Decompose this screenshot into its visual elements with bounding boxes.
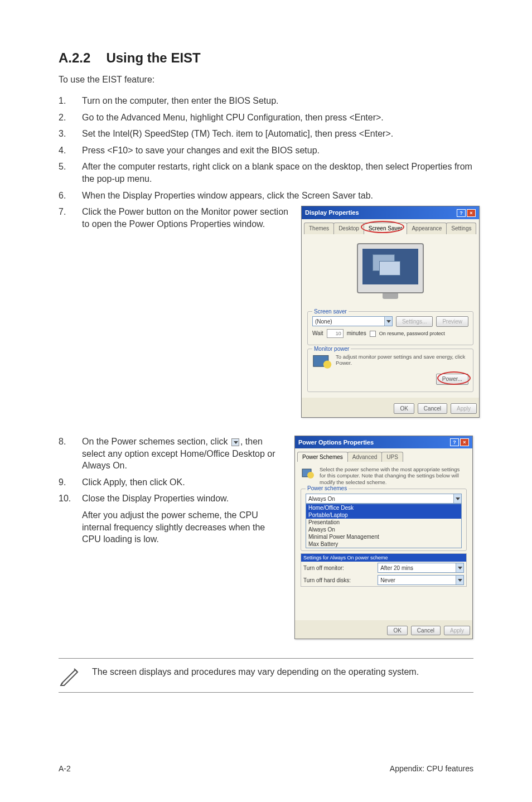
help-button[interactable]: ? bbox=[457, 209, 466, 217]
step-10: 10.Close the Display Properties window. bbox=[59, 492, 284, 505]
preview-button[interactable]: Preview bbox=[436, 316, 468, 327]
after-adjust-text: After you adjust the power scheme, the C… bbox=[82, 509, 284, 545]
svg-point-3 bbox=[307, 472, 314, 479]
ok-button[interactable]: OK bbox=[387, 626, 407, 635]
dropdown-option[interactable]: Minimal Power Management bbox=[306, 533, 461, 540]
power-scheme-select[interactable]: Always On bbox=[306, 494, 462, 504]
tab-advanced[interactable]: Advanced bbox=[347, 452, 382, 462]
chevron-down-icon bbox=[456, 576, 463, 584]
dropdown-option[interactable]: Presentation bbox=[306, 519, 461, 526]
pencil-note-icon bbox=[59, 664, 81, 687]
footer-page-number: A-2 bbox=[59, 764, 71, 773]
step-9: 9.Click Apply, then click OK. bbox=[59, 476, 284, 489]
dropdown-option[interactable]: Max Battery bbox=[306, 540, 461, 548]
dialog-tabs: Themes Desktop Screen Saver Appearance S… bbox=[302, 219, 479, 234]
step-3: 3.Set the Intel(R) SpeedStep (TM) Tech. … bbox=[59, 128, 473, 140]
tab-power-schemes[interactable]: Power Schemes bbox=[297, 452, 348, 462]
monitor-preview-icon bbox=[351, 243, 429, 305]
monitor-power-legend: Monitor power bbox=[312, 345, 351, 353]
dialog-titlebar: Display Properties ? × bbox=[302, 206, 479, 219]
help-button[interactable]: ? bbox=[450, 438, 459, 446]
settings-button[interactable]: Settings... bbox=[396, 316, 433, 327]
dialog2-title: Power Options Properties bbox=[298, 439, 374, 446]
chevron-down-icon bbox=[384, 317, 392, 326]
tab-desktop[interactable]: Desktop bbox=[333, 223, 364, 234]
apply-button[interactable]: Apply bbox=[444, 626, 470, 635]
note-text: The screen displays and procedures may v… bbox=[92, 664, 419, 678]
svg-point-1 bbox=[323, 360, 331, 368]
tab-settings[interactable]: Settings bbox=[446, 223, 476, 234]
dropdown-option[interactable]: Home/Office Desk bbox=[306, 504, 461, 511]
step-5: 5.After the computer restarts, right cli… bbox=[59, 161, 473, 185]
footer-section-label: Appendix: CPU features bbox=[390, 764, 473, 773]
dropdown-arrow-icon bbox=[231, 438, 239, 446]
monitor-power-fieldset: Monitor power To adjust monitor power se… bbox=[307, 349, 473, 392]
screensaver-select[interactable]: (None) bbox=[312, 316, 393, 326]
section-heading: A.2.2Using the EIST bbox=[59, 50, 473, 66]
chevron-down-icon bbox=[453, 494, 461, 503]
cancel-button[interactable]: Cancel bbox=[418, 403, 447, 414]
note-block: The screen displays and procedures may v… bbox=[59, 658, 473, 693]
screensaver-legend: Screen saver bbox=[312, 308, 349, 316]
step-7: 7. Click the Power button on the Monitor… bbox=[59, 206, 473, 418]
close-button[interactable]: × bbox=[460, 438, 469, 446]
section-title: Using the EIST bbox=[106, 50, 200, 65]
tab-appearance[interactable]: Appearance bbox=[407, 223, 447, 234]
tab-themes[interactable]: Themes bbox=[304, 223, 334, 234]
resume-password-checkbox[interactable] bbox=[370, 331, 376, 337]
step-1: 1.Turn on the computer, then enter the B… bbox=[59, 95, 473, 107]
wait-field[interactable]: 10 bbox=[327, 329, 344, 338]
cancel-button[interactable]: Cancel bbox=[411, 626, 441, 635]
screensaver-fieldset: Screen saver (None) Settings... Preview bbox=[307, 311, 473, 346]
tab-screen-saver[interactable]: Screen Saver bbox=[364, 223, 408, 234]
power-scheme-dropdown: Home/Office Desk Portable/Laptop Present… bbox=[306, 504, 462, 548]
tab-ups[interactable]: UPS bbox=[381, 452, 403, 462]
power-scheme-icon bbox=[301, 466, 315, 481]
page-footer: A-2 Appendix: CPU features bbox=[59, 764, 473, 773]
section-number: A.2.2 bbox=[59, 50, 90, 66]
dialog2-titlebar: Power Options Properties ? × bbox=[295, 436, 472, 448]
display-properties-dialog: Display Properties ? × Themes Desktop Sc… bbox=[301, 206, 480, 418]
chevron-down-icon bbox=[456, 563, 463, 572]
apply-button[interactable]: Apply bbox=[451, 403, 477, 414]
step-6: 6.When the Display Properties window app… bbox=[59, 190, 473, 202]
ok-button[interactable]: OK bbox=[394, 403, 414, 414]
power-options-dialog: Power Options Properties ? × Power Schem… bbox=[294, 436, 473, 639]
energy-star-icon bbox=[312, 354, 332, 371]
dropdown-option[interactable]: Always On bbox=[306, 526, 461, 533]
dropdown-option[interactable]: Portable/Laptop bbox=[306, 511, 461, 519]
dialog-title: Display Properties bbox=[305, 209, 359, 217]
turn-off-harddisk-select[interactable]: Never bbox=[378, 575, 464, 585]
intro-text: To use the EIST feature: bbox=[59, 75, 473, 85]
turn-off-monitor-select[interactable]: After 20 mins bbox=[378, 563, 464, 573]
step-4: 4.Press <F10> to save your changes and e… bbox=[59, 144, 473, 157]
power-button[interactable]: Power... bbox=[436, 374, 468, 385]
dialog2-tabs: Power Schemes Advanced UPS bbox=[295, 448, 472, 462]
step-2: 2.Go to the Advanced Menu, highlight CPU… bbox=[59, 112, 473, 124]
settings-table: Settings for Always On power scheme Turn… bbox=[301, 553, 467, 587]
close-button[interactable]: × bbox=[467, 209, 476, 217]
power-schemes-legend: Power schemes bbox=[306, 485, 349, 491]
power-schemes-fieldset: Power schemes Always On Home/Office Desk… bbox=[301, 489, 467, 551]
step-8: 8. On the Power schemes section, click ,… bbox=[59, 436, 284, 472]
